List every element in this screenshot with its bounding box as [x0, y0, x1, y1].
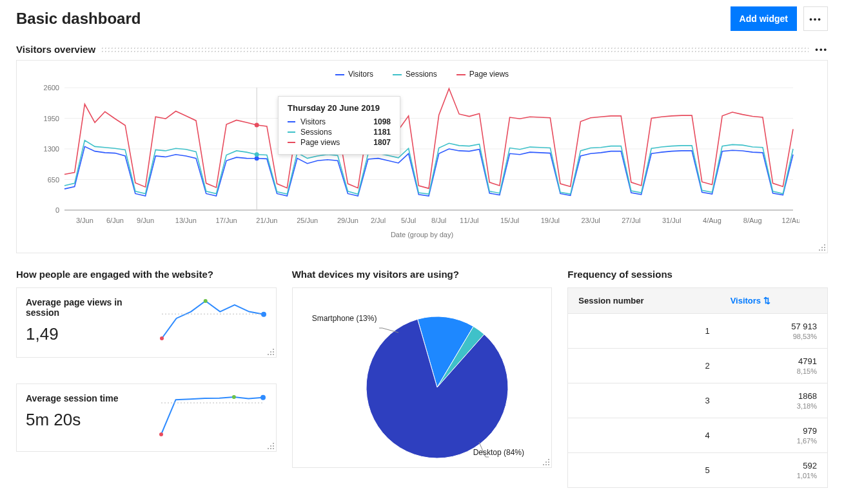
page-title: Basic dashboard — [16, 10, 141, 28]
col-visitors-sorted[interactable]: Visitors ⇅ — [720, 288, 828, 314]
svg-text:5/Jul: 5/Jul — [401, 217, 416, 224]
cell-visitors: 47918,15% — [720, 349, 828, 383]
svg-text:2600: 2600 — [44, 84, 59, 92]
page-header: Basic dashboard Add widget ••• — [16, 0, 828, 44]
svg-text:15/Jul: 15/Jul — [500, 217, 519, 224]
resize-handle-icon[interactable] — [542, 458, 550, 466]
overview-header: Visitors overview ••• — [16, 44, 828, 55]
cell-session-number: 4 — [568, 418, 720, 453]
table-row[interactable]: 157 91398,53% — [568, 314, 828, 349]
table-row[interactable]: 49791,67% — [568, 418, 828, 453]
svg-text:6/Jun: 6/Jun — [106, 217, 124, 224]
cell-visitors: 5921,01% — [720, 453, 828, 488]
svg-text:1300: 1300 — [44, 145, 59, 153]
svg-point-33 — [255, 152, 259, 157]
legend-page-views[interactable]: Page views — [456, 70, 509, 79]
legend-visitors[interactable]: Visitors — [335, 70, 373, 79]
svg-text:11/Jul: 11/Jul — [460, 217, 478, 224]
svg-text:31/Jul: 31/Jul — [662, 217, 681, 224]
sparkline — [158, 297, 267, 342]
sort-icon: ⇅ — [763, 296, 770, 305]
cell-visitors: 18683,18% — [720, 383, 828, 418]
svg-text:21/Jun: 21/Jun — [256, 217, 277, 224]
cell-session-number: 3 — [568, 383, 720, 418]
avg-session-time-widget: Average session time 5m 20s — [16, 383, 277, 452]
sparkline — [157, 393, 267, 438]
svg-point-34 — [255, 122, 259, 127]
frequency-title: Frequency of sessions — [567, 269, 828, 280]
svg-text:8/Aug: 8/Aug — [743, 217, 762, 224]
overview-line-chart[interactable]: 06501300195026003/Jun6/Jun9/Jun13/Jun17/… — [26, 81, 800, 229]
svg-text:8/Jul: 8/Jul — [431, 217, 446, 224]
svg-point-40 — [159, 432, 163, 436]
visitors-overview-widget: Visitors Sessions Page views 06501300195… — [16, 60, 828, 253]
table-row[interactable]: 247918,15% — [568, 349, 828, 383]
tooltip-title: Thursday 20 June 2019 — [288, 103, 391, 113]
cell-visitors: 9791,67% — [720, 418, 828, 453]
cell-session-number: 2 — [568, 349, 720, 383]
svg-text:0: 0 — [55, 206, 59, 214]
resize-handle-icon[interactable] — [818, 244, 826, 251]
add-widget-button[interactable]: Add widget — [731, 6, 797, 31]
cell-session-number: 5 — [568, 453, 720, 488]
devices-pie-widget: Smartphone (13%) Desktop (84%) — [292, 287, 553, 468]
resize-handle-icon[interactable] — [267, 442, 275, 450]
svg-point-37 — [203, 299, 207, 303]
svg-text:9/Jun: 9/Jun — [137, 217, 154, 224]
kpi-label: Average page views in session — [26, 297, 158, 318]
svg-text:23/Jul: 23/Jul — [581, 217, 600, 224]
kpi-label: Average session time — [26, 393, 118, 403]
svg-text:17/Jun: 17/Jun — [216, 217, 237, 224]
svg-text:1950: 1950 — [44, 115, 59, 122]
avg-page-views-widget: Average page views in session 1,49 — [16, 287, 277, 358]
devices-title: What devices my visitors are using? — [292, 269, 553, 280]
svg-text:650: 650 — [48, 176, 59, 184]
svg-text:25/Jun: 25/Jun — [297, 217, 318, 224]
svg-text:29/Jun: 29/Jun — [337, 217, 358, 224]
frequency-table: Session number Visitors ⇅ 157 91398,53%2… — [567, 287, 828, 488]
svg-text:2/Jul: 2/Jul — [371, 217, 386, 224]
svg-point-32 — [255, 156, 259, 160]
x-axis-label: Date (group by day) — [26, 231, 818, 238]
widget-title: Visitors overview — [16, 44, 95, 55]
engagement-title: How people are engaged with the website? — [16, 269, 277, 280]
kpi-value: 1,49 — [26, 324, 158, 344]
svg-text:3/Jun: 3/Jun — [76, 217, 93, 224]
pie-label-desktop: Desktop (84%) — [473, 448, 524, 457]
chart-tooltip: Thursday 20 June 2019 Visitors1098 Sessi… — [278, 96, 400, 155]
resize-handle-icon[interactable] — [267, 348, 275, 356]
cell-visitors: 57 91398,53% — [720, 314, 828, 349]
header-fill — [101, 46, 809, 53]
pie-label-smartphone: Smartphone (13%) — [312, 314, 377, 323]
table-row[interactable]: 55921,01% — [568, 453, 828, 488]
widget-menu-button[interactable]: ••• — [815, 44, 828, 54]
svg-point-42 — [260, 395, 266, 400]
svg-point-41 — [232, 395, 236, 399]
svg-text:4/Aug: 4/Aug — [703, 217, 721, 224]
table-row[interactable]: 318683,18% — [568, 383, 828, 418]
cell-session-number: 1 — [568, 314, 720, 349]
more-menu-button[interactable]: ••• — [803, 6, 828, 31]
svg-point-38 — [261, 312, 266, 317]
svg-text:19/Jul: 19/Jul — [541, 217, 560, 224]
kebab-icon: ••• — [809, 14, 822, 24]
svg-text:27/Jul: 27/Jul — [622, 217, 640, 224]
table-header-row: Session number Visitors ⇅ — [568, 288, 828, 314]
kpi-value: 5m 20s — [26, 410, 118, 430]
svg-text:12/Aug: 12/Aug — [782, 217, 800, 224]
legend-sessions[interactable]: Sessions — [393, 70, 437, 79]
svg-point-36 — [160, 336, 164, 340]
svg-text:13/Jun: 13/Jun — [175, 217, 197, 224]
col-session-number[interactable]: Session number — [568, 288, 720, 314]
